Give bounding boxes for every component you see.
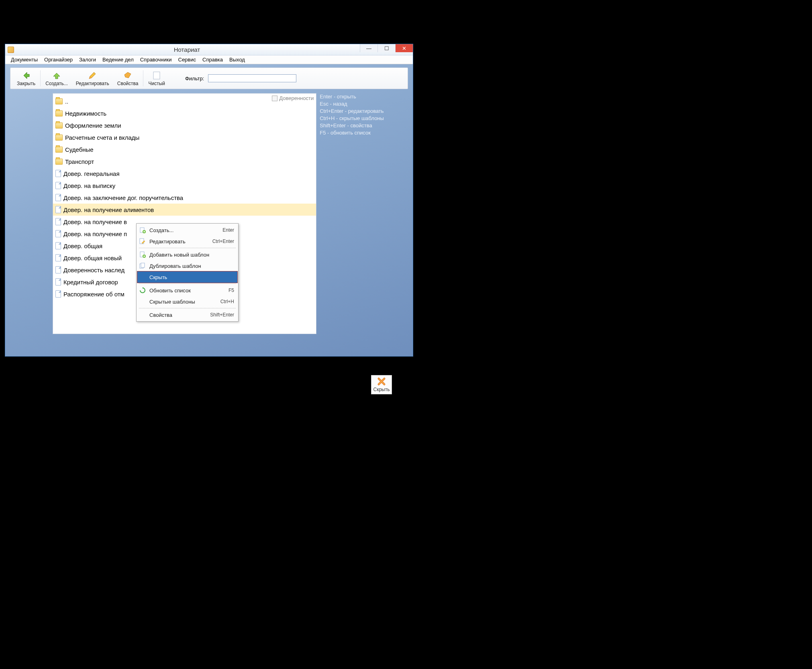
help-line: Ctrl+Enter - редактировать (320, 108, 408, 115)
menu-exit[interactable]: Выход (226, 56, 248, 63)
context-item[interactable]: Скрытые шаблоныCtrl+H (137, 296, 237, 307)
menu-cases[interactable]: Ведение дел (99, 56, 137, 63)
toolbar-edit-label: Редактировать (76, 81, 109, 86)
toolbar-sep (143, 70, 143, 86)
context-item[interactable]: Дублировать шаблон (137, 260, 237, 271)
list-item[interactable]: Довер. на заключение дог. поручительства (53, 192, 316, 204)
context-separator (139, 284, 236, 284)
list-item-label: Довер. на получение алиментов (63, 206, 154, 213)
list-item[interactable]: Довер. на выписку (53, 179, 316, 192)
window-title: Нотариат (14, 46, 360, 53)
document-icon (55, 278, 61, 286)
list-item[interactable]: Недвижимость (53, 107, 316, 119)
dup-page-icon (139, 262, 146, 269)
list-item-label: Довер. общая (63, 243, 102, 249)
context-item-label: Скрыть (149, 274, 234, 280)
list-item-label: Кредитный договор (63, 279, 118, 286)
list-item[interactable]: Довер. на получение алиментов (53, 204, 316, 216)
arrow-left-icon (21, 71, 31, 80)
toolbar-props-button[interactable]: Свойства (113, 70, 143, 87)
toolbar-close-label: Закрыть (17, 81, 35, 86)
filter-label: Фильтр: (185, 75, 204, 82)
context-item-label: Обновить список (149, 288, 225, 294)
context-item[interactable]: Обновить списокF5 (137, 285, 237, 296)
context-separator (139, 248, 236, 248)
folder-icon (55, 135, 63, 141)
blank-icon (139, 273, 146, 281)
menu-service[interactable]: Сервис (175, 56, 200, 63)
filter-area: Фильтр: (185, 74, 296, 82)
context-item-shortcut: Enter (222, 227, 234, 233)
maximize-button[interactable]: ☐ (377, 44, 395, 52)
x-icon (377, 377, 386, 386)
list-item-label: Довер. на заключение дог. поручительства (63, 194, 183, 201)
toolbar-create-button[interactable]: Создать... (41, 70, 72, 87)
menu-pledges[interactable]: Залоги (76, 56, 99, 63)
toolbar-edit-button[interactable]: Редактировать (72, 70, 113, 87)
list-item-label: Расчетные счета и вклады (65, 134, 139, 141)
folder-icon (55, 98, 63, 104)
context-item[interactable]: Создать...Enter (137, 224, 237, 236)
titlebar[interactable]: Нотариат — ☐ ✕ (5, 44, 413, 55)
add-page-icon (139, 251, 146, 258)
close-button[interactable]: ✕ (395, 44, 413, 52)
context-item-shortcut: Ctrl+Enter (212, 239, 234, 244)
menu-references[interactable]: Справочники (137, 56, 175, 63)
list-item-label: Судебные (65, 146, 94, 153)
list-item-label: Распоряжение об отм (63, 291, 124, 298)
folder-icon (55, 159, 63, 165)
toolbar-close-button[interactable]: Закрыть (13, 70, 39, 87)
arrow-up-icon (52, 71, 61, 80)
refresh-icon (139, 287, 146, 294)
context-item[interactable]: Добавить новый шаблон (137, 249, 237, 260)
list-item[interactable]: Судебные (53, 143, 316, 155)
list-item[interactable]: Транспорт (53, 155, 316, 167)
hide-float-button[interactable]: Скрыть (371, 375, 392, 394)
list-item-label: Довер. на получение п (63, 230, 127, 237)
context-item[interactable]: Скрыть (137, 271, 237, 283)
context-item-label: Свойства (149, 312, 207, 318)
document-icon (55, 254, 61, 261)
list-item-label: Оформление земли (65, 122, 121, 129)
document-icon (55, 242, 61, 249)
list-item[interactable]: Оформление земли (53, 119, 316, 131)
pencil-icon (88, 71, 97, 80)
context-item-label: Создать... (149, 227, 219, 233)
list-item-label: Транспорт (65, 158, 94, 165)
folder-icon (55, 110, 63, 116)
context-item-label: Дублировать шаблон (149, 263, 234, 269)
help-line: Enter - открыть (320, 93, 408, 100)
toolbar-clean-button[interactable]: Чистый (144, 70, 169, 87)
menu-documents[interactable]: Документы (8, 56, 41, 63)
context-menu: Создать...EnterРедактироватьCtrl+EnterДо… (136, 223, 239, 322)
toolbar-clean-label: Чистый (148, 81, 165, 86)
tag-icon (123, 71, 133, 80)
help-line: Esc - назад (320, 100, 408, 108)
list-item-label: .. (65, 98, 68, 105)
page-icon (152, 71, 161, 80)
checkbox-icon[interactable] (272, 96, 277, 101)
menu-help[interactable]: Справка (199, 56, 226, 63)
list-header[interactable]: Доверенности (272, 95, 314, 101)
menu-organizer[interactable]: Органайзер (41, 56, 76, 63)
list-item-label: Довер. на выписку (63, 182, 115, 189)
help-line: F5 - обновить список (320, 129, 408, 137)
window-controls: — ☐ ✕ (360, 44, 413, 55)
context-item[interactable]: СвойстваShift+Enter (137, 309, 237, 320)
help-panel: Enter - открытьEsc - назадCtrl+Enter - р… (320, 93, 408, 334)
list-item-label: Довер. общая новый (63, 255, 122, 261)
folder-icon (55, 147, 63, 153)
document-icon (55, 206, 61, 213)
folder-icon (55, 122, 63, 128)
list-header-label: Доверенности (279, 95, 314, 101)
list-item[interactable]: Довер. генеральная (53, 167, 316, 179)
filter-input[interactable] (208, 74, 296, 82)
minimize-button[interactable]: — (360, 44, 377, 52)
blank-icon (139, 311, 146, 318)
list-item[interactable]: Расчетные счета и вклады (53, 131, 316, 143)
app-icon (8, 47, 14, 53)
document-icon (55, 182, 61, 189)
context-item-label: Добавить новый шаблон (149, 252, 234, 258)
context-item-shortcut: Ctrl+H (220, 299, 234, 304)
context-item[interactable]: РедактироватьCtrl+Enter (137, 236, 237, 247)
